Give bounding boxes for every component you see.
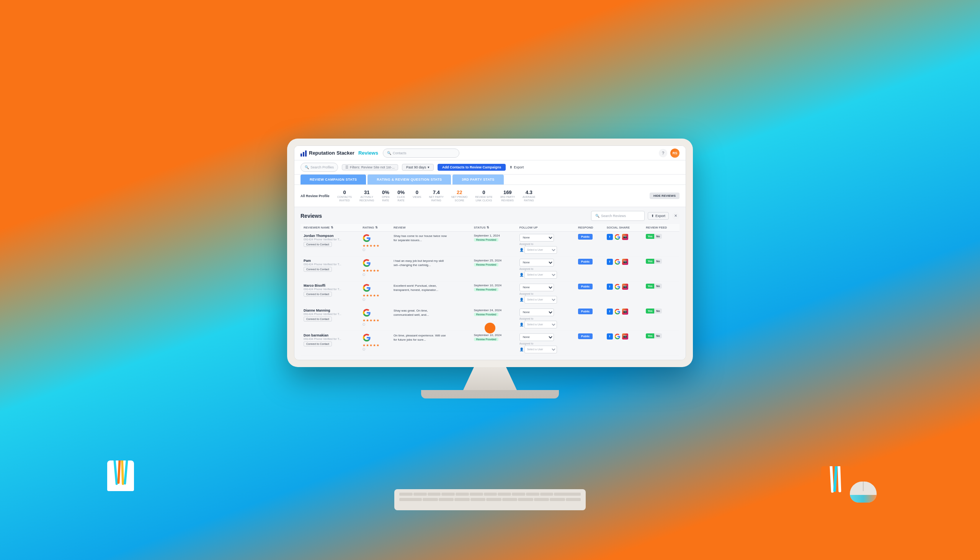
assign-user-select[interactable]: Select a User (525, 296, 557, 303)
star: ★ (369, 293, 372, 297)
star: ★ (376, 269, 379, 273)
date-range-filter[interactable]: Past 90 days ▾ (402, 164, 434, 171)
stat-views: 0 VIEWS (413, 190, 422, 202)
user-icon: 👤 (520, 298, 524, 302)
star: ★ (373, 343, 376, 347)
stat-label: NET PARTYRATING (429, 196, 444, 202)
instagram-icon[interactable]: 📷 (622, 283, 628, 290)
review-feed-yes-button[interactable]: Yes (646, 283, 654, 288)
review-feed-yes-button[interactable]: Yes (646, 308, 654, 313)
facebook-icon[interactable]: f (607, 234, 613, 240)
user-icon: 👤 (520, 348, 524, 352)
sort-icon[interactable]: ⇅ (375, 226, 378, 229)
add-contacts-button[interactable]: Add Contacts to Review Campaigns (438, 164, 506, 171)
logo-bar-1 (300, 153, 302, 157)
stat-net-promo-score: 22 NET PROMOSCORE (451, 190, 467, 202)
help-button[interactable]: ? (659, 149, 667, 157)
user-icon: 👤 (520, 323, 524, 327)
followup-select[interactable]: None (520, 308, 554, 316)
search-icon: 🔍 (387, 151, 391, 155)
star: ★ (369, 269, 372, 273)
followup-select[interactable]: None (520, 234, 554, 242)
review-feed-no-button[interactable]: No (654, 333, 662, 338)
col-respond: RESPOND (575, 224, 604, 232)
connect-to-contact-button[interactable]: Connect to Contact (303, 242, 332, 247)
profiles-search[interactable]: 🔍 Search Profiles (300, 163, 338, 172)
review-text: Shay was great. On time, communicated we… (393, 308, 447, 317)
connect-to-contact-button[interactable]: Connect to Contact (303, 342, 332, 347)
respond-public-button[interactable]: Public (578, 234, 593, 240)
review-feed-yes-button[interactable]: Yes (646, 234, 654, 239)
review-feed-yes-button[interactable]: Yes (646, 259, 654, 264)
reviewer-name: Don barmakian (303, 333, 357, 337)
review-text: I had an easy job but beyond my skill se… (393, 259, 447, 267)
instagram-icon[interactable]: 📷 (622, 259, 628, 265)
export-label: Export (514, 165, 524, 169)
facebook-icon[interactable]: f (607, 308, 613, 315)
facebook-icon[interactable]: f (607, 259, 613, 265)
reviewer-sub: 091434 Phone Verified for T... (303, 337, 357, 341)
assign-user-select[interactable]: Select a User (525, 271, 557, 279)
stat-num: 0 (482, 190, 485, 195)
topbar-search[interactable]: 🔍 Contacts (383, 148, 459, 158)
close-reviews-button[interactable]: ✕ (672, 212, 680, 220)
status-badge: Review Provided (474, 238, 499, 242)
respond-public-button[interactable]: Public (578, 259, 593, 265)
hide-reviews-button[interactable]: HIDE REVIEWS (650, 193, 680, 199)
google-social-icon[interactable] (614, 308, 620, 315)
stat-num: 0 (343, 190, 346, 195)
respond-public-button[interactable]: Public (578, 333, 593, 339)
tab-review-campaign-stats[interactable]: REVIEW CAMPAIGN STATS (300, 175, 366, 185)
logo-bar-3 (305, 150, 307, 157)
review-feed-no-button[interactable]: No (654, 283, 662, 288)
reviews-search[interactable]: 🔍 Search Reviews (591, 211, 645, 221)
stat-num: 31 (364, 190, 369, 195)
review-feed-yes-button[interactable]: Yes (646, 333, 654, 338)
connect-to-contact-button[interactable]: Connect to Contact (303, 267, 332, 272)
export-label: Export (655, 214, 665, 218)
social-share-icons: f 📷 (607, 234, 640, 240)
mouse (850, 482, 877, 503)
star: ★ (366, 318, 369, 322)
assign-user-select[interactable]: Select a User (525, 346, 557, 353)
google-social-icon[interactable] (614, 333, 620, 340)
sort-icon[interactable]: ⇅ (487, 226, 489, 229)
search-icon: 🔍 (595, 214, 600, 218)
followup-select[interactable]: None (520, 283, 554, 291)
review-feed-no-button[interactable]: No (654, 234, 662, 239)
social-share-icons: f 📷 (607, 333, 640, 340)
instagram-icon[interactable]: 📷 (622, 333, 628, 340)
review-feed-no-button[interactable]: No (654, 259, 662, 264)
assigned-label: Assigned to (520, 342, 572, 345)
avatar[interactable]: RS (670, 148, 680, 158)
stat-label: CLICKRATE (397, 196, 405, 202)
info-icon: ⓘ (363, 348, 365, 351)
filters-bar: 🔍 Search Profiles ☰ Filters: Review Site… (294, 160, 686, 175)
google-social-icon[interactable] (614, 283, 620, 290)
star-rating: ★★★★★ (363, 293, 387, 297)
reviews-export-button[interactable]: ⬆ Export (648, 212, 669, 220)
instagram-icon[interactable]: 📷 (622, 308, 628, 315)
star: ★ (366, 293, 369, 297)
followup-select[interactable]: None (520, 259, 554, 267)
connect-to-contact-button[interactable]: Connect to Contact (303, 292, 332, 297)
google-social-icon[interactable] (614, 234, 620, 240)
respond-public-button[interactable]: Public (578, 283, 593, 289)
respond-public-button[interactable]: Public (578, 308, 593, 314)
assign-user-select[interactable]: Select a User (525, 246, 557, 254)
export-button[interactable]: ⬆ Export (510, 165, 524, 169)
facebook-icon[interactable]: f (607, 333, 613, 340)
tab-rating-review-stats[interactable]: RATING & REVIEW QUESTION STATS (368, 175, 451, 185)
followup-select[interactable]: None (520, 333, 554, 341)
google-social-icon[interactable] (614, 259, 620, 265)
connect-to-contact-button[interactable]: Connect to Contact (303, 317, 332, 322)
assigned-label: Assigned to (520, 268, 572, 270)
user-icon: 👤 (520, 273, 524, 277)
facebook-icon[interactable]: f (607, 283, 613, 290)
tab-3rd-party-stats[interactable]: 3RD PARTY STATS (452, 175, 503, 185)
instagram-icon[interactable]: 📷 (622, 234, 628, 240)
assign-user-select[interactable]: Select a User (525, 321, 557, 328)
review-feed-no-button[interactable]: No (654, 308, 662, 313)
info-icon: ⓘ (363, 298, 365, 301)
sort-icon[interactable]: ⇅ (331, 226, 333, 229)
